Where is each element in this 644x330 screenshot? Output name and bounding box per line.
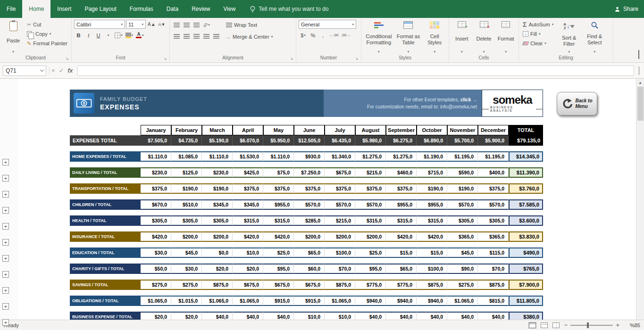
category-month-cell[interactable]: $375,0 xyxy=(233,183,263,194)
zoom-out-button[interactable]: − xyxy=(564,322,568,329)
month-header-cell[interactable]: July xyxy=(325,125,355,135)
category-month-cell[interactable]: $100,0 xyxy=(417,264,447,274)
category-month-cell[interactable]: $420,0 xyxy=(263,231,294,242)
category-label[interactable]: INSURANCE / TOTAL xyxy=(70,231,141,242)
format-as-table-button[interactable]: Format as Table ▾ xyxy=(395,20,422,55)
grow-font-button[interactable]: A▲ xyxy=(147,20,157,29)
month-header-cell[interactable]: March xyxy=(202,125,233,135)
align-right-button[interactable] xyxy=(192,32,201,41)
category-month-cell[interactable]: $275,0 xyxy=(141,280,171,290)
category-month-cell[interactable]: $30,0 xyxy=(171,264,202,274)
tab-formulas[interactable]: Formulas xyxy=(123,0,160,18)
autosum-button[interactable]: Σ AutoSum ▾ xyxy=(521,20,555,29)
category-month-cell[interactable]: $70,0 xyxy=(325,264,355,274)
expenses-total-month-cell[interactable]: $6.435,0 xyxy=(325,135,355,146)
expenses-total-month-cell[interactable]: $4.735,0 xyxy=(171,135,202,146)
italic-button[interactable]: I xyxy=(84,31,93,40)
category-label[interactable]: SAVINGS / TOTAL xyxy=(70,280,141,290)
font-dialog-launcher-icon[interactable]: ↘ xyxy=(163,57,167,61)
category-month-cell[interactable]: $315,0 xyxy=(386,215,417,226)
category-month-cell[interactable]: $40,0 xyxy=(202,312,233,320)
category-month-cell[interactable]: $675,0 xyxy=(325,167,355,178)
category-total-cell[interactable]: $11.805,0 xyxy=(509,296,543,306)
cell-styles-button[interactable]: Cell Styles ▾ xyxy=(423,20,446,55)
decrease-decimal-button[interactable]: .00→ xyxy=(340,31,351,40)
category-month-cell[interactable]: $40,0 xyxy=(478,312,509,320)
month-header-cell[interactable]: February xyxy=(171,125,202,135)
collapse-ribbon-button[interactable] xyxy=(638,51,639,59)
category-month-cell[interactable]: $10,0 xyxy=(325,312,355,320)
underline-button[interactable]: U xyxy=(94,31,103,40)
month-header-cell[interactable]: January xyxy=(141,125,171,135)
category-month-cell[interactable]: $50,0 xyxy=(141,264,171,274)
category-month-cell[interactable]: $305,0 xyxy=(478,215,509,226)
category-month-cell[interactable]: $30,0 xyxy=(141,248,171,258)
month-header-cell[interactable]: October xyxy=(417,125,447,135)
tab-insert[interactable]: Insert xyxy=(50,0,78,18)
category-month-cell[interactable]: $40,0 xyxy=(263,312,294,320)
vertical-scrollbar[interactable]: ▲ xyxy=(636,79,644,320)
category-month-cell[interactable]: $315,0 xyxy=(233,215,263,226)
expenses-total-month-cell[interactable]: $5.900,0 xyxy=(478,135,509,146)
category-month-cell[interactable]: $570,0 xyxy=(447,199,478,210)
category-month-cell[interactable]: $200,0 xyxy=(355,231,386,242)
category-month-cell[interactable]: $375,0 xyxy=(355,183,386,194)
category-month-cell[interactable]: $305,0 xyxy=(141,215,171,226)
category-month-cell[interactable]: $215,0 xyxy=(325,215,355,226)
delete-cells-button[interactable]: × Delete ▾ xyxy=(474,20,494,55)
enter-button[interactable]: ✓ xyxy=(59,67,64,74)
category-month-cell[interactable]: $365,0 xyxy=(447,231,478,242)
category-month-cell[interactable]: $275,0 xyxy=(171,280,202,290)
font-name-combo[interactable]: Calibri▾ xyxy=(74,20,125,29)
expenses-total-month-cell[interactable]: $6.890,0 xyxy=(417,135,447,146)
clear-button[interactable]: Clear ▾ xyxy=(521,39,555,48)
category-month-cell[interactable]: $20,0 xyxy=(171,312,202,320)
category-month-cell[interactable]: $25,0 xyxy=(263,248,294,258)
tab-view[interactable]: View xyxy=(217,0,243,18)
category-month-cell[interactable]: $590,0 xyxy=(447,167,478,178)
month-header-cell[interactable]: September xyxy=(386,125,417,135)
align-left-button[interactable] xyxy=(172,32,181,41)
category-month-cell[interactable]: $7.250,0 xyxy=(294,167,325,178)
category-month-cell[interactable]: $40,0 xyxy=(233,312,263,320)
back-to-menu-button[interactable]: Back toMenu xyxy=(557,92,597,116)
outline-expand-button[interactable]: + xyxy=(2,159,9,165)
format-painter-button[interactable]: ✎ Format Painter xyxy=(25,39,69,48)
category-total-cell[interactable]: $380,0 xyxy=(509,312,543,320)
outline-expand-button[interactable]: + xyxy=(2,223,9,230)
page-break-view-button[interactable] xyxy=(552,322,560,328)
total-header-cell[interactable]: TOTAL xyxy=(509,125,543,135)
category-month-cell[interactable]: $1.530,0 xyxy=(233,151,263,162)
category-label[interactable]: HEALTH / TOTAL xyxy=(70,215,141,226)
category-month-cell[interactable]: $125,0 xyxy=(171,167,202,178)
tell-me-box[interactable]: Tell me what you want to do xyxy=(250,0,328,18)
category-month-cell[interactable]: $200,0 xyxy=(325,231,355,242)
category-total-cell[interactable]: $490,0 xyxy=(509,248,543,258)
month-header-cell[interactable]: December xyxy=(478,125,509,135)
outline-expand-button[interactable]: + xyxy=(2,271,9,278)
category-month-cell[interactable]: $915,0 xyxy=(294,296,325,306)
merge-center-button[interactable]: ↔ Merge & Center ▾ xyxy=(225,32,274,41)
category-label[interactable]: CHARITY / GIFTS / TOTAL xyxy=(70,264,141,274)
clipboard-dialog-launcher-icon[interactable]: ↘ xyxy=(65,57,69,61)
category-month-cell[interactable]: $190,0 xyxy=(417,183,447,194)
category-total-cell[interactable]: $3.760,0 xyxy=(509,183,543,194)
category-month-cell[interactable]: $955,0 xyxy=(386,199,417,210)
find-select-button[interactable]: Find & Select ▾ xyxy=(583,20,606,55)
category-month-cell[interactable]: $115,0 xyxy=(478,248,509,258)
outline-expand-button[interactable]: + xyxy=(2,207,9,214)
category-month-cell[interactable]: $315,0 xyxy=(263,215,294,226)
month-header-cell[interactable]: April xyxy=(233,125,263,135)
category-month-cell[interactable]: $190,0 xyxy=(202,183,233,194)
insert-cells-button[interactable]: + Insert ▾ xyxy=(452,20,472,55)
tab-home[interactable]: Home xyxy=(22,0,50,18)
category-month-cell[interactable]: $20,0 xyxy=(233,264,263,274)
orientation-button[interactable]: ab▾ xyxy=(202,20,211,29)
category-month-cell[interactable]: $915,0 xyxy=(263,296,294,306)
expenses-total-month-cell[interactable]: $7.505,0 xyxy=(141,135,171,146)
category-month-cell[interactable]: $420,0 xyxy=(386,231,417,242)
category-month-cell[interactable]: $570,0 xyxy=(355,199,386,210)
wrap-text-button[interactable]: Wrap Text xyxy=(225,20,274,30)
category-month-cell[interactable]: $940,0 xyxy=(417,296,447,306)
category-month-cell[interactable]: $510,0 xyxy=(171,199,202,210)
